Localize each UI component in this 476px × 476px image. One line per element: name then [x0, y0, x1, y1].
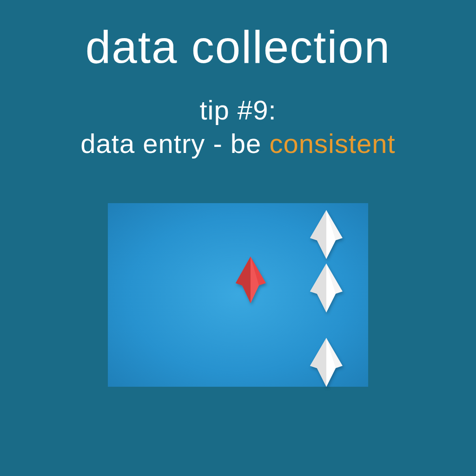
- tip-text-prefix: data entry - be: [80, 128, 269, 159]
- red-plane: [236, 257, 266, 303]
- illustration-container: [108, 203, 368, 387]
- tip-number: tip #9:: [80, 94, 395, 126]
- subtitle-container: tip #9: data entry - be consistent: [80, 94, 395, 159]
- white-plane-1: [310, 210, 343, 259]
- tip-text-highlight: consistent: [269, 128, 395, 159]
- white-plane-2: [310, 264, 343, 312]
- main-title: data collection: [86, 21, 391, 73]
- white-plane-3: [310, 338, 343, 387]
- tip-text: data entry - be consistent: [80, 128, 395, 159]
